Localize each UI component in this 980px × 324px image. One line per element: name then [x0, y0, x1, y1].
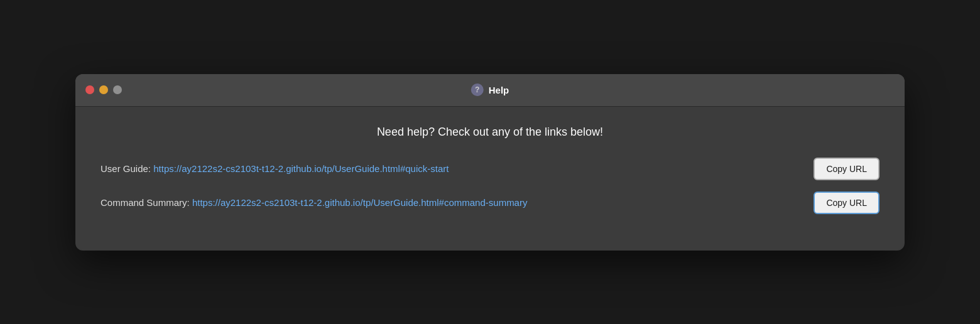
command-summary-link[interactable]: https://ay2122s2-cs2103t-t12-2.github.io…: [192, 197, 528, 208]
command-summary-label: Command Summary:: [101, 197, 190, 208]
command-summary-text: Command Summary: https://ay2122s2-cs2103…: [101, 197, 527, 208]
window-title-group: ? Help: [471, 84, 509, 96]
maximize-button[interactable]: [113, 85, 122, 94]
window-title: Help: [489, 85, 509, 95]
user-guide-label: User Guide:: [101, 163, 151, 174]
user-guide-text: User Guide: https://ay2122s2-cs2103t-t12…: [101, 163, 449, 174]
title-bar: ? Help: [75, 74, 905, 107]
content-area: Need help? Check out any of the links be…: [75, 107, 905, 251]
user-guide-link[interactable]: https://ay2122s2-cs2103t-t12-2.github.io…: [153, 163, 449, 174]
copy-url-button-user-guide[interactable]: Copy URL: [814, 158, 879, 180]
user-guide-row: User Guide: https://ay2122s2-cs2103t-t12…: [101, 158, 879, 180]
headline-text: Need help? Check out any of the links be…: [101, 126, 879, 139]
help-icon: ?: [471, 84, 484, 96]
help-window: ? Help Need help? Check out any of the l…: [75, 74, 905, 251]
copy-url-button-command-summary[interactable]: Copy URL: [814, 192, 879, 214]
close-button[interactable]: [85, 85, 94, 94]
command-summary-row: Command Summary: https://ay2122s2-cs2103…: [101, 192, 879, 214]
window-controls: [85, 85, 122, 94]
minimize-button[interactable]: [99, 85, 108, 94]
